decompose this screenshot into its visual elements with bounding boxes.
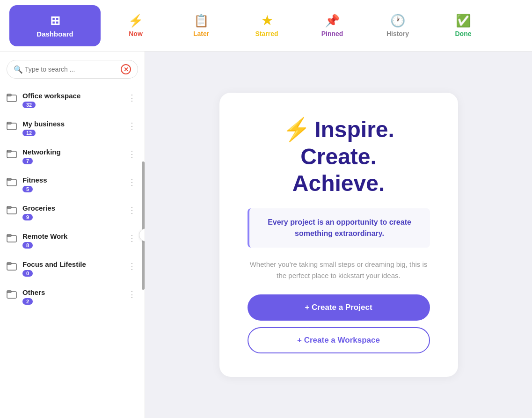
workspace-name: Office workspace — [22, 92, 126, 100]
workspace-menu-button[interactable]: ⋮ — [126, 92, 138, 104]
create-workspace-button[interactable]: + Create a Workspace — [248, 327, 430, 353]
workspace-name: Groceries — [22, 204, 126, 212]
checkmark-icon: ✅ — [456, 14, 471, 28]
now-label: Now — [129, 30, 143, 37]
welcome-card: ⚡Inspire. Create. Achieve. Every project… — [219, 93, 458, 377]
workspace-info: Remote Work 8 — [22, 232, 126, 249]
now-nav-item[interactable]: ⚡ Now — [105, 5, 166, 46]
clear-search-button[interactable]: ✕ — [121, 64, 131, 74]
workspace-info: Fitness 5 — [22, 176, 126, 193]
dashboard-nav-item[interactable]: ⊞ Dashboard — [9, 5, 101, 46]
workspace-folder-icon — [7, 261, 17, 273]
workspace-item[interactable]: My business 12 ⋮ — [0, 114, 145, 142]
starred-label: Starred — [255, 30, 278, 37]
workspace-badge: 7 — [22, 158, 33, 164]
welcome-headline: ⚡Inspire. Create. Achieve. — [248, 116, 430, 197]
workspace-folder-icon — [7, 93, 17, 104]
workspace-menu-button[interactable]: ⋮ — [126, 120, 138, 132]
workspace-menu-button[interactable]: ⋮ — [126, 260, 138, 272]
workspace-folder-icon — [7, 177, 17, 189]
pin-icon: 📌 — [325, 14, 340, 28]
workspace-folder-icon — [7, 121, 17, 132]
workspace-badge: 9 — [22, 214, 33, 220]
later-nav-item[interactable]: 📋 Later — [171, 5, 232, 46]
main-layout: 🔍 ✕ Office workspace 32 ⋮ — [0, 51, 532, 418]
workspace-badge: 32 — [22, 102, 36, 108]
search-box[interactable]: 🔍 ✕ — [7, 60, 138, 79]
workspace-info: Networking 7 — [22, 148, 126, 165]
workspace-menu-button[interactable]: ⋮ — [126, 148, 138, 160]
bolt-icon: ⚡ — [283, 117, 311, 142]
workspace-folder-icon — [7, 289, 17, 301]
dashboard-label: Dashboard — [36, 30, 73, 38]
workspace-menu-button[interactable]: ⋮ — [126, 232, 138, 244]
pinned-label: Pinned — [321, 30, 343, 37]
workspace-item[interactable]: Networking 7 ⋮ — [0, 142, 145, 170]
dashboard-icon: ⊞ — [50, 14, 60, 28]
workspace-menu-button[interactable]: ⋮ — [126, 176, 138, 188]
workspace-badge: 12 — [22, 130, 36, 136]
main-content: ⚡Inspire. Create. Achieve. Every project… — [145, 51, 532, 418]
welcome-sub-text: Whether you're taking small steps or dre… — [248, 259, 430, 281]
workspace-menu-button[interactable]: ⋮ — [126, 204, 138, 216]
done-nav-item[interactable]: ✅ Done — [433, 5, 494, 46]
history-label: History — [386, 30, 409, 37]
workspace-folder-icon — [7, 233, 17, 245]
pinned-nav-item[interactable]: 📌 Pinned — [302, 5, 363, 46]
create-project-button[interactable]: + Create a Project — [248, 294, 430, 321]
done-label: Done — [455, 30, 472, 37]
workspace-menu-button[interactable]: ⋮ — [126, 288, 138, 301]
workspace-badge: 8 — [22, 242, 33, 249]
workspace-badge: 2 — [22, 298, 33, 305]
sidebar: 🔍 ✕ Office workspace 32 ⋮ — [0, 51, 145, 418]
workspace-item[interactable]: Fitness 5 ⋮ — [0, 170, 145, 198]
clipboard-icon: 📋 — [194, 14, 209, 28]
workspace-folder-icon — [7, 205, 17, 217]
workspace-item[interactable]: Others 2 ⋮ — [0, 283, 145, 311]
later-label: Later — [193, 30, 209, 37]
workspace-badge: 5 — [22, 186, 33, 192]
workspace-badge: 0 — [22, 270, 33, 277]
workspace-folder-icon — [7, 149, 17, 161]
workspace-info: Office workspace 32 — [22, 92, 126, 109]
lightning-icon: ⚡ — [128, 14, 143, 28]
search-input[interactable] — [25, 66, 121, 73]
workspace-item[interactable]: Office workspace 32 ⋮ — [0, 86, 145, 114]
workspace-name: My business — [22, 120, 126, 128]
scrollbar-thumb[interactable] — [142, 161, 145, 290]
workspace-name: Remote Work — [22, 232, 126, 240]
workspace-item[interactable]: Focus and Lifestile 0 ⋮ — [0, 255, 145, 283]
workspace-info: Others 2 — [22, 288, 126, 305]
quote-text: Every project is an opportunity to creat… — [261, 217, 419, 239]
workspace-info: My business 12 — [22, 120, 126, 137]
workspace-name: Others — [22, 288, 126, 296]
workspace-name: Networking — [22, 148, 126, 156]
workspace-list: Office workspace 32 ⋮ My business 12 ⋮ — [0, 83, 145, 418]
star-icon: ★ — [262, 14, 272, 28]
clock-icon: 🕐 — [390, 14, 405, 28]
quote-block: Every project is an opportunity to creat… — [248, 208, 430, 248]
starred-nav-item[interactable]: ★ Starred — [236, 5, 297, 46]
workspace-name: Fitness — [22, 176, 126, 184]
search-icon: 🔍 — [14, 65, 23, 74]
history-nav-item[interactable]: 🕐 History — [367, 5, 428, 46]
workspace-item[interactable]: Remote Work 8 ⋮ — [0, 227, 145, 255]
workspace-name: Focus and Lifestile — [22, 260, 126, 268]
workspace-item[interactable]: Groceries 9 ⋮ — [0, 198, 145, 227]
workspace-info: Focus and Lifestile 0 — [22, 260, 126, 277]
top-navigation: ⊞ Dashboard ⚡ Now 📋 Later ★ Starred 📌 Pi… — [0, 0, 532, 51]
workspace-info: Groceries 9 — [22, 204, 126, 221]
